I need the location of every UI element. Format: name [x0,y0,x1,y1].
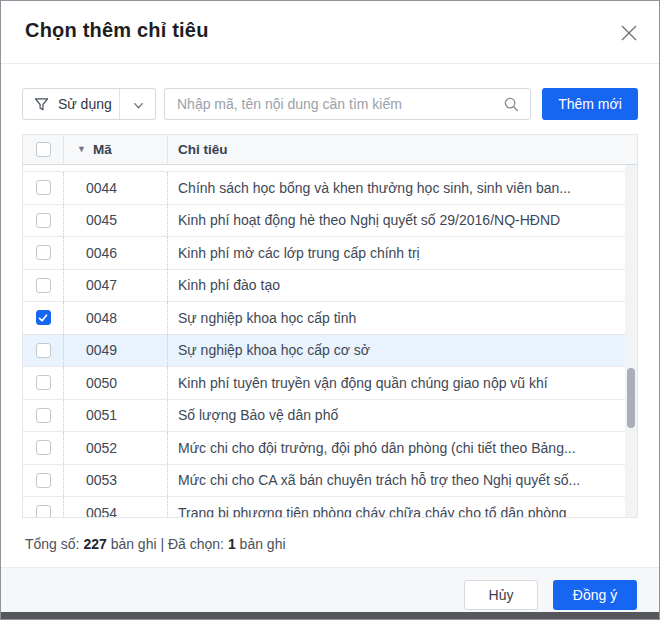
row-code: 0047 [64,270,168,302]
col-header-code-label: Mã [93,142,112,157]
row-checkbox-cell [23,302,64,334]
row-checkbox[interactable] [36,408,51,423]
row-name: Kinh phí hoạt động hè theo Nghị quyết số… [168,205,637,237]
row-checkbox[interactable] [36,278,51,293]
row-name: Chính sách học bổng và khen thưởng học s… [168,172,637,204]
row-code: 0049 [64,335,168,367]
row-checkbox-cell [23,465,64,497]
row-checkbox[interactable] [36,213,51,228]
row-code: 0050 [64,367,168,399]
table-row[interactable]: 0051Số lượng Bảo vệ dân phố [23,400,637,433]
row-code: 0046 [64,237,168,269]
record-summary: Tổng số: 227 bản ghi | Đã chọn: 1 bản gh… [25,536,286,552]
row-checkbox-cell [23,497,64,517]
search-icon[interactable] [503,96,520,113]
confirm-button[interactable]: Đồng ý [553,580,637,610]
after-total-label: bản ghi | Đã chọn: [111,536,224,552]
add-new-button[interactable]: Thêm mới [542,88,638,120]
row-checkbox-cell [23,367,64,399]
col-header-name[interactable]: Chỉ tiêu [168,135,637,164]
scrollbar-thumb[interactable] [627,368,635,428]
table-row[interactable]: 0048Sự nghiệp khoa học cấp tỉnh [23,302,637,335]
table-row[interactable]: 0049Sự nghiệp khoa học cấp cơ sở [23,335,637,368]
table-body: 0044Chính sách học bổng và khen thưởng h… [23,165,637,517]
row-name: Sự nghiệp khoa học cấp tỉnh [168,302,637,334]
table-row[interactable]: 0050Kinh phí tuyên truyền vận động quần … [23,367,637,400]
filter-separator [119,89,120,119]
select-all-checkbox[interactable] [36,142,51,157]
row-name: Mức chi cho đội trưởng, đội phó dân phòn… [168,432,637,464]
total-value: 227 [83,536,106,552]
modal-title: Chọn thêm chỉ tiêu [25,19,209,42]
row-code: 0052 [64,432,168,464]
row-code: 0045 [64,205,168,237]
row-checkbox-cell [23,335,64,367]
table-row[interactable]: 0053Mức chi cho CA xã bán chuyên trách h… [23,465,637,498]
selected-value: 1 [228,536,236,552]
row-code: 0048 [64,302,168,334]
cancel-button[interactable]: Hủy [464,580,538,610]
row-name: Kinh phí tuyên truyền vận động quần chún… [168,367,637,399]
row-checkbox[interactable] [36,375,51,390]
row-checkbox[interactable] [36,310,51,325]
col-header-code[interactable]: ▼ Mã [64,135,168,164]
row-name: Sự nghiệp khoa học cấp cơ sở [168,335,637,367]
table-row[interactable]: 0044Chính sách học bổng và khen thưởng h… [23,172,637,205]
row-checkbox-cell [23,400,64,432]
row-code: 0054 [64,497,168,517]
table-header: ▼ Mã Chỉ tiêu [23,135,637,165]
row-checkbox-cell [23,237,64,269]
search-box [164,88,531,120]
table-row[interactable]: 0054Trang bị phương tiện phòng cháy chữa… [23,497,637,517]
row-checkbox-cell [23,270,64,302]
table-row[interactable]: 0046Kinh phí mở các lớp trung cấp chính … [23,237,637,270]
scrollbar-track[interactable] [625,165,637,517]
table-row[interactable]: 0047Kinh phí đào tạo [23,270,637,303]
modal-dialog: Chọn thêm chỉ tiêu Sử dụng Thêm mới ▼ Mã [0,0,660,620]
row-checkbox-cell [23,172,64,204]
row-code: 0051 [64,400,168,432]
row-checkbox[interactable] [36,473,51,488]
filter-icon [34,97,49,112]
partial-row [23,165,637,172]
after-selected-label: bản ghi [240,536,286,552]
row-name: Số lượng Bảo vệ dân phố [168,400,637,432]
close-icon[interactable] [617,21,641,45]
row-name: Mức chi cho CA xã bán chuyên trách hỗ tr… [168,465,637,497]
indicator-table: ▼ Mã Chỉ tiêu 0044Chính sách học bổng và… [22,134,638,518]
row-code: 0053 [64,465,168,497]
header-divider [1,63,659,64]
table-row[interactable]: 0045Kinh phí hoạt động hè theo Nghị quyế… [23,205,637,238]
row-checkbox[interactable] [36,343,51,358]
row-name: Trang bị phương tiện phòng cháy chữa chá… [168,497,637,517]
search-input[interactable] [165,89,530,119]
row-checkbox-cell [23,205,64,237]
row-name: Kinh phí mở các lớp trung cấp chính trị [168,237,637,269]
row-checkbox[interactable] [36,180,51,195]
filter-label: Sử dụng [58,96,112,112]
select-all-cell [23,135,64,164]
sort-desc-icon[interactable]: ▼ [77,145,86,154]
action-bar: Hủy Đồng ý [1,567,659,614]
chevron-down-icon[interactable] [132,99,145,112]
row-code: 0044 [64,172,168,204]
row-checkbox[interactable] [36,245,51,260]
row-checkbox[interactable] [36,505,51,517]
row-checkbox[interactable] [36,440,51,455]
total-label: Tổng số: [25,536,79,552]
row-name: Kinh phí đào tạo [168,270,637,302]
table-row[interactable]: 0052Mức chi cho đội trưởng, đội phó dân … [23,432,637,465]
filter-dropdown[interactable]: Sử dụng [22,88,156,120]
bottom-strip [1,612,659,619]
row-checkbox-cell [23,432,64,464]
